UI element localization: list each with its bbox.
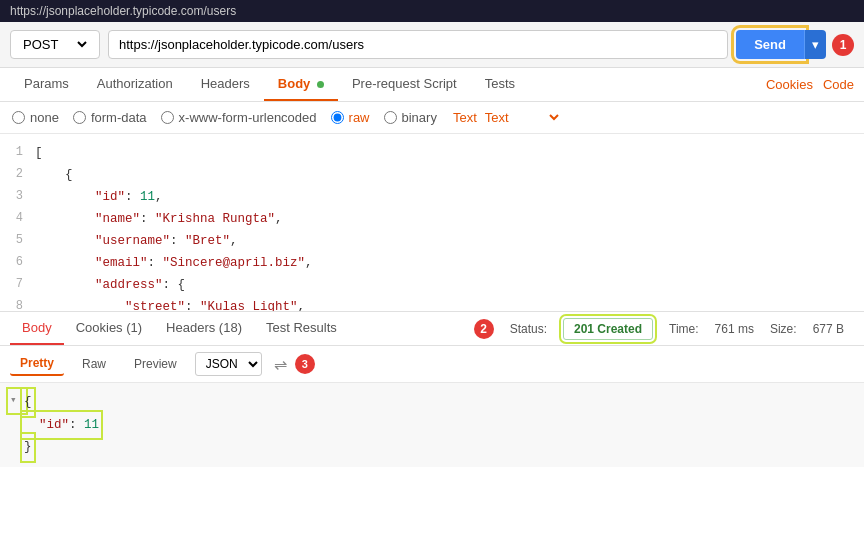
response-tab-cookies[interactable]: Cookies (1) <box>64 312 154 345</box>
status-value: 201 Created <box>563 318 653 340</box>
radio-form-data[interactable]: form-data <box>73 110 147 125</box>
code-link[interactable]: Code <box>823 77 854 92</box>
radio-urlencoded[interactable]: x-www-form-urlencoded <box>161 110 317 125</box>
response-tab-body[interactable]: Body <box>10 312 64 345</box>
code-editor[interactable]: 1 [ 2 { 3 "id": 11, 4 "name": "Krishna R… <box>0 134 864 312</box>
text-type-label: Text <box>453 110 477 125</box>
send-button-group: Send ▾ 1 <box>736 30 854 59</box>
time-value: 761 ms <box>715 322 754 336</box>
radio-binary[interactable]: binary <box>384 110 437 125</box>
code-line-5: 5 "username": "Bret", <box>0 230 864 252</box>
code-line-8: 8 "street": "Kulas Light", <box>0 296 864 312</box>
text-type-dropdown[interactable]: Text Text JSON JavaScript HTML XML <box>453 109 562 126</box>
time-label: Time: <box>669 322 699 336</box>
format-type-select[interactable]: JSON XML HTML <box>195 352 262 376</box>
resp-line-3: } <box>10 436 854 459</box>
method-selector[interactable]: POST GET PUT DELETE <box>10 30 100 59</box>
status-badge-num: 2 <box>474 319 494 339</box>
format-pretty[interactable]: Pretty <box>10 352 64 376</box>
body-options: none form-data x-www-form-urlencoded raw… <box>0 102 864 134</box>
text-type-select[interactable]: Text JSON JavaScript HTML XML <box>481 109 562 126</box>
cookies-link[interactable]: Cookies <box>766 77 813 92</box>
code-line-6: 6 "email": "Sincere@april.biz", <box>0 252 864 274</box>
format-raw[interactable]: Raw <box>72 353 116 375</box>
response-body: ▾ { "id": 11 } <box>0 383 864 467</box>
code-line-3: 3 "id": 11, <box>0 186 864 208</box>
size-label: Size: <box>770 322 797 336</box>
tab-params[interactable]: Params <box>10 68 83 101</box>
tab-tests[interactable]: Tests <box>471 68 529 101</box>
response-status-area: 2 Status: 201 Created Time: 761 ms Size:… <box>474 318 854 340</box>
url-input[interactable] <box>108 30 728 59</box>
top-bar-url: https://jsonplaceholder.typicode.com/use… <box>10 4 236 18</box>
radio-none[interactable]: none <box>12 110 59 125</box>
response-tabs: Body Cookies (1) Headers (18) Test Resul… <box>0 312 864 346</box>
code-line-4: 4 "name": "Krishna Rungta", <box>0 208 864 230</box>
tab-authorization[interactable]: Authorization <box>83 68 187 101</box>
format-bar: Pretty Raw Preview JSON XML HTML ⇌ 3 <box>0 346 864 383</box>
radio-raw[interactable]: raw <box>331 110 370 125</box>
tab-headers[interactable]: Headers <box>187 68 264 101</box>
response-badge: 3 <box>295 354 315 374</box>
body-dot <box>317 81 324 88</box>
code-line-2: 2 { <box>0 164 864 186</box>
response-tab-headers[interactable]: Headers (18) <box>154 312 254 345</box>
url-bar: POST GET PUT DELETE Send ▾ 1 <box>0 22 864 68</box>
top-bar: https://jsonplaceholder.typicode.com/use… <box>0 0 864 22</box>
send-badge: 1 <box>832 34 854 56</box>
request-tabs: Params Authorization Headers Body Pre-re… <box>0 68 864 102</box>
method-dropdown[interactable]: POST GET PUT DELETE <box>19 36 90 53</box>
tab-pre-request[interactable]: Pre-request Script <box>338 68 471 101</box>
tab-body[interactable]: Body <box>264 68 338 101</box>
send-button[interactable]: Send <box>736 30 804 59</box>
wrap-icon[interactable]: ⇌ <box>274 355 287 374</box>
response-tab-test-results[interactable]: Test Results <box>254 312 349 345</box>
send-dropdown-button[interactable]: ▾ <box>804 30 826 59</box>
format-preview[interactable]: Preview <box>124 353 187 375</box>
size-value: 677 B <box>813 322 844 336</box>
code-line-1: 1 [ <box>0 142 864 164</box>
resp-line-2: "id": 11 <box>10 414 854 437</box>
resp-toggle-1[interactable]: ▾ <box>10 391 24 411</box>
tab-right-actions: Cookies Code <box>766 77 854 92</box>
status-label: Status: <box>510 322 547 336</box>
resp-line-1: ▾ { <box>10 391 854 414</box>
code-line-7: 7 "address": { <box>0 274 864 296</box>
